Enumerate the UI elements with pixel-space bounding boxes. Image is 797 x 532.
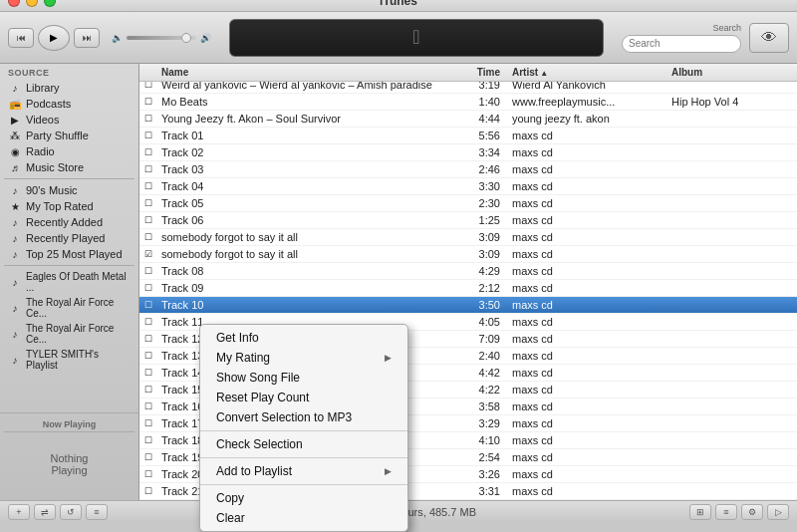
volume-low-icon: 🔈 (112, 33, 123, 43)
row-artist: maxs cd (508, 316, 667, 328)
table-row[interactable]: ☐ somebody forgot to say it all 3:09 max… (139, 229, 797, 246)
search-input[interactable] (622, 35, 741, 53)
search-label: Search (712, 23, 741, 33)
sidebar-label-tyler: TYLER SMITH's Playlist (26, 349, 131, 371)
sidebar-item-eagles[interactable]: ♪ Eagles Of Death Metal ... (0, 269, 138, 295)
eagles-icon: ♪ (8, 277, 22, 288)
row-artist: maxs cd (508, 485, 667, 497)
expand-button[interactable]: ▷ (767, 504, 789, 520)
row-time: 3:31 (458, 485, 508, 497)
apple-logo-icon:  (412, 26, 419, 49)
row-name: Track 10 (157, 299, 458, 311)
rewind-button[interactable]: ⏮ (8, 28, 34, 48)
table-row[interactable]: ☐ Track 09 2:12 maxs cd (139, 280, 797, 297)
app-title: iTunes (380, 0, 417, 8)
table-row[interactable]: ☐ Track 10 3:50 maxs cd (139, 297, 797, 314)
minimize-button[interactable] (26, 0, 38, 7)
table-row[interactable]: ☐ Track 03 2:46 maxs cd (139, 161, 797, 178)
menu-item-add-to-playlist[interactable]: Add to Playlist▶ (200, 461, 407, 481)
fast-forward-button[interactable]: ⏭ (74, 28, 100, 48)
sidebar-item-party-shuffle[interactable]: ⁂ Party Shuffle (0, 128, 138, 143)
sidebar-item-podcasts[interactable]: 📻 Podcasts (0, 96, 138, 112)
row-album: Hip Hop Vol 4 (667, 96, 797, 108)
repeat-button[interactable]: ↺ (60, 504, 82, 520)
sidebar-item-music-store[interactable]: ♬ Music Store (0, 159, 138, 175)
menu-item-my-rating[interactable]: My Rating▶ (200, 348, 407, 368)
playlist-button[interactable]: ≡ (86, 504, 108, 520)
sidebar-item-my-top-rated[interactable]: ★ My Top Rated (0, 198, 138, 214)
row-check: ☐ (139, 385, 157, 395)
row-time: 3:26 (458, 468, 508, 480)
sidebar-item-recently-played[interactable]: ♪ Recently Played (0, 230, 138, 246)
play-button[interactable]: ▶ (38, 25, 70, 51)
menu-item-convert-to-mp3[interactable]: Convert Selection to MP3 (200, 407, 407, 427)
row-name: Track 04 (157, 180, 458, 192)
table-row[interactable]: ☐ Track 06 1:25 maxs cd (139, 212, 797, 229)
table-row[interactable]: ☐ Young Jeezy ft. Akon – Soul Survivor 4… (139, 111, 797, 128)
table-row[interactable]: ☐ Track 05 2:30 maxs cd (139, 195, 797, 212)
sidebar-item-tyler[interactable]: ♪ TYLER SMITH's Playlist (0, 347, 138, 373)
table-row[interactable]: ☐ Track 04 3:30 maxs cd (139, 178, 797, 195)
table-row[interactable]: ☐ Track 01 5:56 maxs cd (139, 128, 797, 144)
sidebar-label-party-shuffle: Party Shuffle (26, 130, 89, 141)
maximize-button[interactable] (44, 0, 56, 7)
shuffle-button[interactable]: ⇌ (34, 504, 56, 520)
menu-item-check-selection[interactable]: Check Selection (200, 434, 407, 454)
sidebar-item-library[interactable]: ♪ Library (0, 80, 138, 96)
table-row[interactable]: ☐ Mo Beats 1:40 www.freeplaymusic... Hip… (139, 94, 797, 111)
list-view-button[interactable]: ≡ (715, 504, 737, 520)
volume-high-icon: 🔊 (200, 33, 211, 43)
col-header-album[interactable]: Album (667, 67, 797, 78)
col-header-artist[interactable]: Artist (508, 67, 667, 78)
row-check: ☐ (139, 266, 157, 276)
sidebar-label-music-store: Music Store (26, 161, 84, 173)
library-icon: ♪ (8, 83, 22, 94)
row-name: Track 08 (157, 265, 458, 277)
row-name: Track 09 (157, 282, 458, 294)
menu-item-show-song-file[interactable]: Show Song File (200, 368, 407, 388)
menu-label: Get Info (216, 331, 259, 345)
close-button[interactable] (8, 0, 20, 7)
row-time: 4:42 (458, 367, 508, 379)
browse-button[interactable]: 👁 (749, 23, 789, 53)
menu-item-clear[interactable]: Clear (200, 508, 407, 522)
menu-separator (200, 430, 407, 431)
col-header-name[interactable]: Name (157, 67, 458, 78)
sidebar-item-recently-added[interactable]: ♪ Recently Added (0, 214, 138, 230)
col-header-time[interactable]: Time (458, 67, 508, 78)
sidebar-label-90s-music: 90's Music (26, 184, 78, 196)
add-button[interactable]: + (8, 504, 30, 520)
row-time: 4:05 (458, 316, 508, 328)
menu-label: Add to Playlist (216, 464, 292, 478)
row-time: 7:09 (458, 333, 508, 345)
row-time: 2:40 (458, 350, 508, 362)
table-row[interactable]: ☑ somebody forgot to say it all 3:09 max… (139, 246, 797, 263)
menu-label: Clear (216, 511, 245, 522)
row-time: 3:58 (458, 400, 508, 412)
sidebar: Source ♪ Library 📻 Podcasts ▶ Videos ⁂ P… (0, 64, 139, 500)
radio-icon: ◉ (8, 146, 22, 157)
sidebar-divider-1 (4, 178, 134, 179)
royal1-icon: ♪ (8, 303, 22, 314)
table-row[interactable]: ☐ Track 08 4:29 maxs cd (139, 263, 797, 280)
settings-button[interactable]: ⚙ (741, 504, 763, 520)
grid-view-button[interactable]: ⊞ (689, 504, 711, 520)
menu-item-reset-play-count[interactable]: Reset Play Count (200, 388, 407, 407)
sidebar-item-90s-music[interactable]: ♪ 90's Music (0, 182, 138, 198)
row-check: ☐ (139, 164, 157, 174)
sidebar-item-radio[interactable]: ◉ Radio (0, 143, 138, 159)
row-name: Young Jeezy ft. Akon – Soul Survivor (157, 113, 458, 125)
sidebar-item-royal2[interactable]: ♪ The Royal Air Force Ce... (0, 321, 138, 347)
menu-item-get-info[interactable]: Get Info (200, 328, 407, 348)
sidebar-item-top25[interactable]: ♪ Top 25 Most Played (0, 246, 138, 262)
table-row[interactable]: ☐ Track 02 3:34 maxs cd (139, 144, 797, 161)
menu-item-copy[interactable]: Copy (200, 488, 407, 508)
volume-slider[interactable] (127, 36, 196, 40)
row-artist: maxs cd (508, 384, 667, 396)
table-row[interactable]: ☐ Weird al yankovic – Wierd al yankovic … (139, 82, 797, 94)
sidebar-item-videos[interactable]: ▶ Videos (0, 112, 138, 128)
sidebar-item-royal1[interactable]: ♪ The Royal Air Force Ce... (0, 295, 138, 321)
center-display:  (229, 19, 604, 57)
row-check: ☐ (139, 97, 157, 107)
sidebar-label-royal2: The Royal Air Force Ce... (26, 323, 131, 345)
